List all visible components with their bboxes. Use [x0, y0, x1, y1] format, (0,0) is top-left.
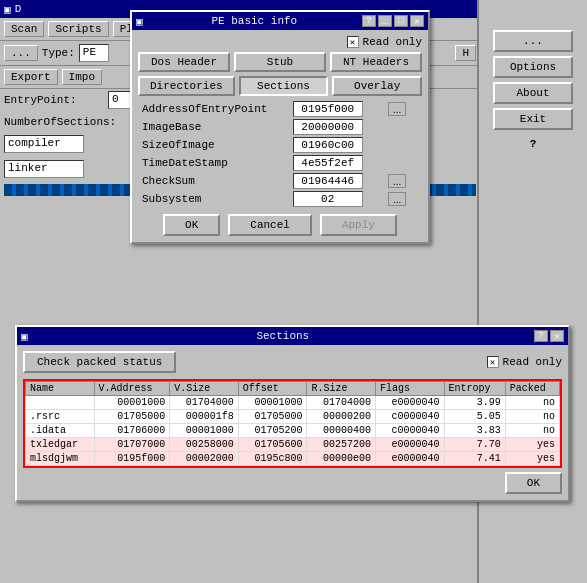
sections-col-header: V.Address [94, 382, 170, 396]
sections-col-header: Flags [375, 382, 444, 396]
sections-cell: no [505, 424, 559, 438]
pe-basic-info-modal: ▣ PE basic info ? _ □ ✕ ✕ Read only Dos … [130, 10, 430, 244]
sections-cell: yes [505, 452, 559, 466]
check-packed-button[interactable]: Check packed status [23, 351, 176, 373]
sections-cell: c0000040 [375, 424, 444, 438]
pe-field-row: SizeOfImage01960c00 [138, 136, 422, 154]
sections-cell: 00001000 [238, 396, 307, 410]
pe-field-value: 4e55f2ef [271, 154, 384, 172]
compiler-value: compiler [4, 135, 84, 153]
sections-cell: c0000040 [375, 410, 444, 424]
sections-readonly-checkbox[interactable]: ✕ [487, 356, 499, 368]
pe-field-dots-btn[interactable]: ... [388, 192, 406, 206]
tab-row-2: Directories Sections Overlay [138, 76, 422, 96]
right-help[interactable]: ? [530, 138, 537, 150]
pe-modal-maximize-btn[interactable]: □ [394, 15, 408, 27]
options-button[interactable]: Options [493, 56, 573, 78]
pe-modal-close-btn[interactable]: ✕ [410, 15, 424, 27]
sections-cell: no [505, 410, 559, 424]
tab-overlay[interactable]: Overlay [332, 76, 422, 96]
table-row: 00001000017040000000100001704000e0000040… [26, 396, 560, 410]
tab-dos-header[interactable]: Dos Header [138, 52, 230, 72]
tab-directories[interactable]: Directories [138, 76, 235, 96]
sections-cell: 01705000 [238, 410, 307, 424]
exit-button[interactable]: Exit [493, 108, 573, 130]
pe-field-btn-cell [384, 136, 422, 154]
sections-cell: 3.83 [444, 424, 505, 438]
h-button[interactable]: H [455, 45, 476, 61]
sections-cell [26, 396, 95, 410]
tab-sections[interactable]: Sections [239, 76, 329, 96]
tab-stub[interactable]: Stub [234, 52, 326, 72]
sections-cell: 00001000 [170, 424, 239, 438]
sections-help-btn[interactable]: ? [534, 330, 548, 342]
pe-field-dots-btn[interactable]: ... [388, 174, 406, 188]
sections-cell: e0000040 [375, 396, 444, 410]
sections-title: Sections [256, 330, 309, 342]
sections-cell: yes [505, 438, 559, 452]
pe-field-name: Subsystem [138, 190, 271, 208]
type-label: Type: [42, 47, 75, 59]
pe-field-row: TimeDateStamp4e55f2ef [138, 154, 422, 172]
sections-cell: 01704000 [307, 396, 376, 410]
scripts-button[interactable]: Scripts [48, 21, 108, 37]
pe-field-name: CheckSum [138, 172, 271, 190]
sections-col-header: Offset [238, 382, 307, 396]
pe-field-btn-cell: ... [384, 172, 422, 190]
linker-value: linker [4, 160, 84, 178]
pe-modal-minimize-btn[interactable]: _ [378, 15, 392, 27]
sections-icon: ▣ [21, 330, 28, 343]
export-button[interactable]: Export [4, 69, 58, 85]
sections-window: ▣ Sections ? ✕ Check packed status ✕ Rea… [15, 325, 570, 502]
bg-app-icon: ▣ [4, 3, 11, 16]
sections-cell: 01706000 [94, 424, 170, 438]
cancel-button-pe[interactable]: Cancel [228, 214, 312, 236]
sections-toolbar: Check packed status ✕ Read only [23, 351, 562, 373]
pe-field-value: 01964446 [271, 172, 384, 190]
sections-cell: .rsrc [26, 410, 95, 424]
scan-button[interactable]: Scan [4, 21, 44, 37]
right-dots-button[interactable]: ... [493, 30, 573, 52]
pe-modal-title-bar: ▣ PE basic info ? _ □ ✕ [132, 12, 428, 30]
pe-field-name: TimeDateStamp [138, 154, 271, 172]
sections-cell: 00001000 [94, 396, 170, 410]
sections-cell: e0000040 [375, 452, 444, 466]
sections-table: NameV.AddressV.SizeOffsetR.SizeFlagsEntr… [25, 381, 560, 466]
pe-field-btn-cell [384, 118, 422, 136]
pe-field-value: 02 [271, 190, 384, 208]
entrypoint-label: EntryPoint: [4, 94, 104, 106]
import-button[interactable]: Impo [62, 69, 102, 85]
main-window: ▣ D Scan Scripts Pl ... Type: PE H Expor… [0, 0, 587, 583]
sections-cell: 7.41 [444, 452, 505, 466]
type-value: PE [79, 44, 109, 62]
sections-close-btn[interactable]: ✕ [550, 330, 564, 342]
sections-cell: 01705000 [94, 410, 170, 424]
pe-modal-icon: ▣ [136, 15, 143, 28]
about-button[interactable]: About [493, 82, 573, 104]
bg-app-title: D [15, 3, 22, 15]
sections-content: Check packed status ✕ Read only NameV.Ad… [17, 345, 568, 500]
ok-btn-row-sections: OK [23, 472, 562, 494]
sections-cell: .idata [26, 424, 95, 438]
ok-button-pe[interactable]: OK [163, 214, 220, 236]
dots-button-bg[interactable]: ... [4, 45, 38, 61]
table-row: mlsdgjwm0195f000000020000195c80000000e00… [26, 452, 560, 466]
sections-col-header: Packed [505, 382, 559, 396]
sections-cell: e0000040 [375, 438, 444, 452]
pe-field-value: 0195f000 [271, 100, 384, 118]
numsections-label: NumberOfSections: [4, 116, 116, 128]
tab-nt-headers[interactable]: NT Headers [330, 52, 422, 72]
apply-button-pe[interactable]: Apply [320, 214, 397, 236]
pe-modal-help-btn[interactable]: ? [362, 15, 376, 27]
pe-field-row: AddressOfEntryPoint0195f000... [138, 100, 422, 118]
sections-cell: 00258000 [170, 438, 239, 452]
readonly-checkbox[interactable]: ✕ [347, 36, 359, 48]
readonly-label: Read only [363, 36, 422, 48]
pe-field-name: SizeOfImage [138, 136, 271, 154]
pe-field-dots-btn[interactable]: ... [388, 102, 406, 116]
sections-col-header: R.Size [307, 382, 376, 396]
sections-cell: 01705200 [238, 424, 307, 438]
pe-field-value: 20000000 [271, 118, 384, 136]
table-row: .idata01706000000010000170520000000400c0… [26, 424, 560, 438]
ok-button-sections[interactable]: OK [505, 472, 562, 494]
